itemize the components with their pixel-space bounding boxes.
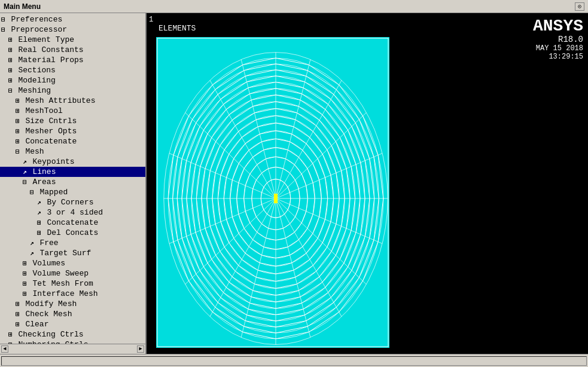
- tree-item-element-type[interactable]: ⊞ Element Type: [0, 35, 145, 45]
- title-bar: Main Menu ⊙: [0, 0, 588, 13]
- tree-item-interface-mesh[interactable]: ⊞ Interface Mesh: [0, 289, 145, 299]
- tree-item-checking-ctrls[interactable]: ⊞ Checking Ctrls: [0, 329, 145, 340]
- mesh-canvas: [156, 37, 389, 348]
- tree-item-concatenate2[interactable]: ⊞ Concatenate: [0, 218, 145, 228]
- tree-item-volume-sweep[interactable]: ⊞ Volume Sweep: [0, 268, 145, 279]
- title-label: Main Menu: [4, 2, 41, 11]
- tree-item-mesher-opts[interactable]: ⊞ Mesher Opts: [0, 126, 145, 136]
- tree-item-free[interactable]: ↗ Free: [0, 238, 145, 248]
- tree-item-real-constants[interactable]: ⊞ Real Constants: [0, 45, 145, 55]
- tree-item-material-props[interactable]: ⊞ Material Props: [0, 55, 145, 65]
- tree-item-meshing[interactable]: ⊟ Meshing: [0, 85, 145, 96]
- tree-item-3or4sided[interactable]: ↗ 3 or 4 sided: [0, 207, 145, 218]
- tree-item-volumes[interactable]: ⊞ Volumes: [0, 258, 145, 268]
- tree-item-sections[interactable]: ⊞ Sections: [0, 65, 145, 75]
- tree-item-clear[interactable]: ⊞ Clear: [0, 319, 145, 329]
- tree-item-lines[interactable]: ↗ Lines: [0, 167, 145, 177]
- tree-item-mesh[interactable]: ⊟ Mesh: [0, 146, 145, 157]
- tree-item-modify-mesh[interactable]: ⊞ Modify Mesh: [0, 299, 145, 309]
- main-layout: ⊟ Preferences⊟ Preprocessor⊞ Element Typ…: [0, 13, 588, 354]
- scroll-left[interactable]: ◄: [1, 345, 8, 353]
- viewport: 1 ELEMENTS ANSYS R18.0 MAY 15 2018 13:29…: [147, 13, 588, 354]
- ansys-version: R18.0: [533, 35, 583, 44]
- elements-label: ELEMENTS: [159, 24, 196, 33]
- tree-item-meshtool[interactable]: ⊞ MeshTool: [0, 106, 145, 116]
- left-panel: ⊟ Preferences⊟ Preprocessor⊞ Element Typ…: [0, 13, 147, 354]
- tree-item-numbering-ctrls[interactable]: ⊞ Numbering Ctrls: [0, 340, 145, 344]
- ansys-time: 13:29:15: [533, 53, 583, 61]
- ansys-date: MAY 15 2018: [533, 44, 583, 53]
- ansys-logo: ANSYS R18.0 MAY 15 2018 13:29:15: [533, 18, 583, 61]
- tree-item-check-mesh[interactable]: ⊞ Check Mesh: [0, 309, 145, 319]
- horizontal-scrollbar[interactable]: [1, 356, 587, 366]
- tree-item-areas[interactable]: ⊟ Areas: [0, 177, 145, 187]
- tree-item-modeling[interactable]: ⊞ Modeling: [0, 75, 145, 85]
- tree-item-by-corners[interactable]: ↗ By Corners: [0, 197, 145, 207]
- tree-item-mapped[interactable]: ⊟ Mapped: [0, 187, 145, 197]
- tree-item-preferences[interactable]: ⊟ Preferences: [0, 14, 145, 25]
- tree-item-keypoints[interactable]: ↗ Keypoints: [0, 157, 145, 167]
- tree-item-concatenate[interactable]: ⊞ Concatenate: [0, 136, 145, 146]
- tree-item-tet-mesh-from[interactable]: ⊞ Tet Mesh From: [0, 279, 145, 289]
- tree-item-del-concats[interactable]: ⊞ Del Concats: [0, 228, 145, 238]
- tree-item-mesh-attributes[interactable]: ⊞ Mesh Attributes: [0, 96, 145, 106]
- expand-button[interactable]: ⊙: [575, 2, 584, 11]
- scroll-right[interactable]: ►: [137, 345, 144, 353]
- tree-item-target-surf[interactable]: ↗ Target Surf: [0, 248, 145, 258]
- bottom-bar: [0, 354, 588, 367]
- tree-item-preprocessor[interactable]: ⊟ Preprocessor: [0, 25, 145, 35]
- viewport-number: 1: [149, 16, 153, 24]
- tree-container[interactable]: ⊟ Preferences⊟ Preprocessor⊞ Element Typ…: [0, 13, 145, 344]
- tree-scroll-area: ◄ ►: [0, 344, 145, 354]
- ansys-name: ANSYS: [533, 18, 583, 35]
- tree-item-size-cntrls[interactable]: ⊞ Size Cntrls: [0, 116, 145, 126]
